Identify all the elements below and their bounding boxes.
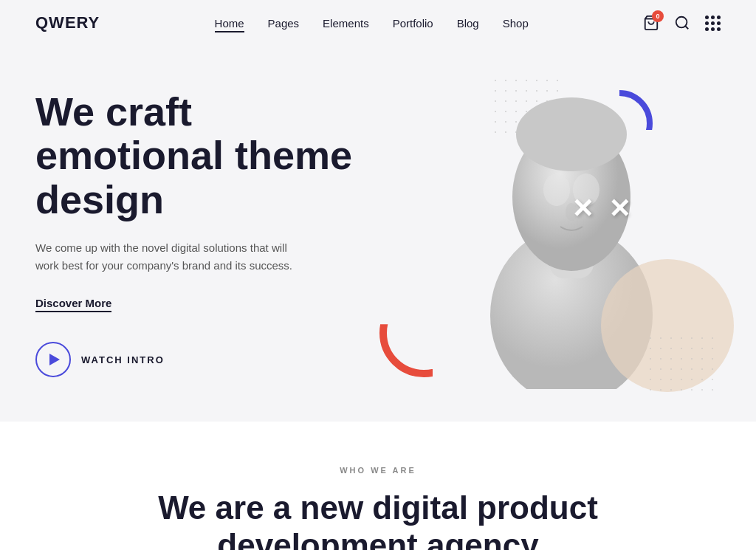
svg-point-6 [543, 173, 570, 206]
who-we-are-section: WHO WE ARE We are a new digital product … [0, 422, 756, 550]
watch-intro-button[interactable]: WATCH INTRO [35, 342, 390, 377]
nav-pages[interactable]: Pages [268, 17, 300, 30]
hero-subtitle: We come up with the novel digital soluti… [35, 239, 301, 275]
svg-point-5 [516, 97, 627, 171]
nav-shop[interactable]: Shop [503, 17, 529, 30]
navbar: QWERY Home Pages Elements Portfolio Blog… [0, 0, 756, 46]
cart-badge: 0 [652, 10, 664, 22]
x-mark-left: ✕ [571, 193, 594, 224]
nav-portfolio[interactable]: Portfolio [393, 17, 433, 30]
discover-more-link[interactable]: Discover More [35, 297, 111, 312]
nav-actions: 0 [643, 15, 721, 31]
hero-content: We craft emotional theme design We come … [35, 61, 390, 377]
grid-menu-button[interactable] [705, 16, 721, 31]
who-title: We are a new digital product development… [157, 489, 599, 550]
nav-links: Home Pages Elements Portfolio Blog Shop [215, 17, 529, 30]
nav-home[interactable]: Home [215, 17, 244, 30]
hero-title: We craft emotional theme design [35, 90, 390, 221]
dot-grid-bottom [645, 333, 719, 392]
who-tag: WHO WE ARE [35, 466, 721, 475]
grid-icon [705, 16, 721, 31]
logo[interactable]: QWERY [35, 13, 100, 32]
cart-button[interactable]: 0 [643, 15, 659, 31]
x-mark-right: ✕ [608, 193, 630, 224]
svg-point-1 [676, 17, 687, 28]
nav-elements[interactable]: Elements [323, 17, 369, 30]
play-button[interactable] [35, 342, 71, 377]
nav-blog[interactable]: Blog [457, 17, 479, 30]
search-button[interactable] [674, 15, 690, 31]
hero-section: We craft emotional theme design We come … [0, 46, 756, 422]
watch-label: WATCH INTRO [81, 354, 165, 365]
